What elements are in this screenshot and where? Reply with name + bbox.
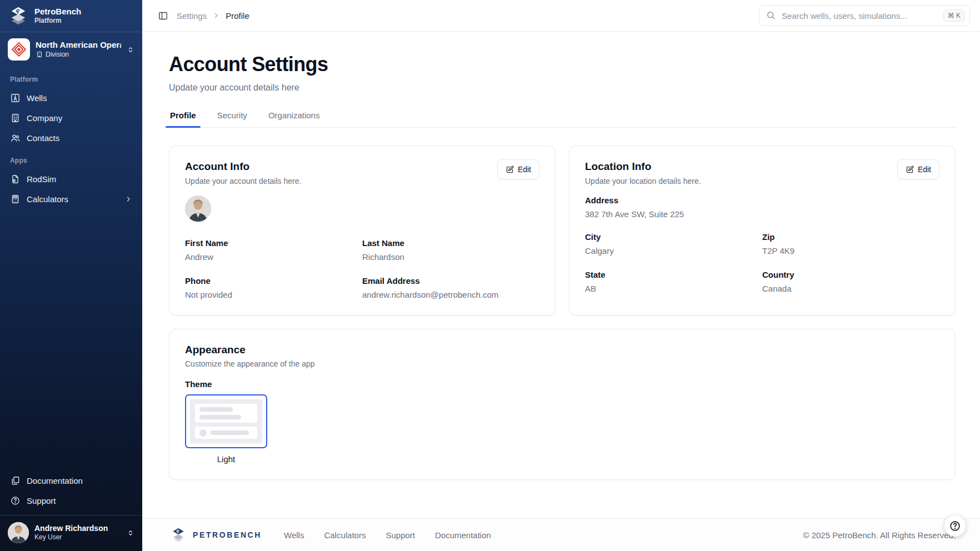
appearance-card: Appearance Customize the appearance of t… xyxy=(169,329,956,480)
field-first-name: First Name Andrew xyxy=(185,238,362,262)
footer-brand: P PETROBENCH xyxy=(169,526,262,544)
footer-copyright: © 2025 PetroBench. All Rights Reserved. xyxy=(803,530,956,540)
location-info-card: Location Info Update your location detai… xyxy=(569,146,956,315)
org-type-label: Division xyxy=(46,51,69,59)
sidebar-item-company[interactable]: Company xyxy=(0,108,142,128)
sidebar: P PetroBench Platform North Ame xyxy=(0,0,142,551)
sidebar-item-label: Support xyxy=(27,496,56,505)
sidebar-item-label: RodSim xyxy=(27,174,56,184)
main-area: Settings Profile ⌘ K Account Settings Up… xyxy=(142,0,980,551)
search-input[interactable] xyxy=(759,5,970,26)
theme-option-light[interactable]: Light xyxy=(185,394,267,464)
section-label-apps: Apps xyxy=(0,148,142,169)
account-info-title: Account Info xyxy=(185,159,301,174)
location-info-title: Location Info xyxy=(585,159,701,174)
section-label-platform: Platform xyxy=(0,67,142,88)
petrobench-footer-logo-icon: P xyxy=(169,526,188,544)
footer-link-support[interactable]: Support xyxy=(386,530,415,540)
tab-organizations[interactable]: Organizations xyxy=(267,111,321,127)
page-title: Account Settings xyxy=(169,53,956,76)
search-icon xyxy=(766,10,776,21)
theme-label: Theme xyxy=(185,379,939,389)
tab-security[interactable]: Security xyxy=(216,111,248,127)
field-zip: Zip T2P 4K9 xyxy=(762,232,939,256)
petrobench-logo-icon: P xyxy=(8,6,29,27)
field-city: City Calgary xyxy=(585,232,762,256)
user-menu[interactable]: Andrew Richardson Key User xyxy=(0,515,142,551)
panel-left-icon xyxy=(158,11,168,21)
settings-tabs: Profile Security Organizations xyxy=(169,111,956,128)
edit-pencil-icon xyxy=(906,166,914,174)
sidebar-item-label: Calculators xyxy=(27,194,68,204)
footer-links: Wells Calculators Support Documentation xyxy=(284,530,491,540)
brand-subtitle: Platform xyxy=(34,17,81,24)
user-avatar xyxy=(8,522,29,543)
org-logo-icon xyxy=(8,38,30,61)
sidebar-item-label: Documentation xyxy=(27,476,83,485)
edit-pencil-icon xyxy=(506,166,514,174)
global-search: ⌘ K xyxy=(759,5,970,26)
footer-wordmark: PETROBENCH xyxy=(193,530,262,539)
chevron-right-icon xyxy=(124,195,132,203)
sidebar-item-documentation[interactable]: Documentation xyxy=(0,470,142,490)
field-phone: Phone Not provided xyxy=(185,276,362,299)
page-footer: P PETROBENCH Wells Calculators Support D… xyxy=(142,518,980,551)
account-info-subtitle: Update your account details here. xyxy=(185,177,301,186)
chevrons-up-down-icon xyxy=(127,46,134,54)
breadcrumb-settings[interactable]: Settings xyxy=(177,11,207,21)
footer-link-documentation[interactable]: Documentation xyxy=(435,530,491,540)
help-fab-button[interactable] xyxy=(944,515,966,537)
field-country: Country Canada xyxy=(762,270,939,293)
search-shortcut-badge: ⌘ K xyxy=(943,9,965,22)
user-role: Key User xyxy=(34,533,121,542)
profile-photo xyxy=(185,196,211,222)
chevron-right-icon xyxy=(212,12,220,19)
location-info-subtitle: Update your location details here. xyxy=(585,177,701,186)
brand-title: PetroBench xyxy=(34,7,81,17)
help-circle-icon xyxy=(10,495,21,506)
field-last-name: Last Name Richardson xyxy=(362,238,539,262)
sidebar-item-rodsim[interactable]: RodSim xyxy=(0,169,142,189)
theme-preview-light xyxy=(185,394,267,448)
sidebar-item-label: Wells xyxy=(27,93,47,103)
page-content: Account Settings Update your account det… xyxy=(142,32,980,518)
field-email: Email Address andrew.richardson@petroben… xyxy=(362,276,539,299)
app-window: P PetroBench Platform North Ame xyxy=(0,0,980,551)
appearance-subtitle: Customize the appearance of the app xyxy=(185,359,939,368)
location-edit-button[interactable]: Edit xyxy=(897,159,939,179)
footer-link-calculators[interactable]: Calculators xyxy=(324,530,366,540)
appearance-title: Appearance xyxy=(185,343,939,357)
calculator-icon xyxy=(10,194,21,204)
chevrons-up-down-icon xyxy=(127,529,134,537)
well-derrick-icon xyxy=(10,93,21,103)
footer-link-wells[interactable]: Wells xyxy=(284,530,304,540)
breadcrumb: Settings Profile xyxy=(177,11,249,21)
help-circle-icon xyxy=(949,520,961,532)
sidebar-item-contacts[interactable]: Contacts xyxy=(0,128,142,148)
sidebar-item-support[interactable]: Support xyxy=(0,490,142,510)
breadcrumb-current: Profile xyxy=(226,11,249,21)
tab-profile[interactable]: Profile xyxy=(169,111,197,127)
file-gear-icon xyxy=(10,174,21,184)
division-building-icon xyxy=(36,51,43,58)
theme-name: Light xyxy=(185,454,267,464)
org-name: North American Operations xyxy=(36,40,121,51)
field-address: Address 382 7th Ave SW, Suite 225 xyxy=(585,196,939,219)
field-state: State AB xyxy=(585,270,762,293)
copy-pages-icon xyxy=(10,475,21,486)
brand-header: P PetroBench Platform xyxy=(0,0,142,32)
org-switcher[interactable]: North American Operations Division xyxy=(0,32,142,67)
sidebar-item-calculators[interactable]: Calculators xyxy=(0,189,142,209)
account-info-card: Account Info Update your account details… xyxy=(169,146,556,315)
building-icon xyxy=(10,113,21,123)
account-edit-button[interactable]: Edit xyxy=(497,159,539,179)
page-subtitle: Update your account details here xyxy=(169,83,956,93)
top-header: Settings Profile ⌘ K xyxy=(142,0,980,32)
users-icon xyxy=(10,133,21,143)
sidebar-toggle-button[interactable] xyxy=(156,8,170,23)
sidebar-item-label: Company xyxy=(27,113,62,123)
sidebar-item-wells[interactable]: Wells xyxy=(0,88,142,108)
user-name: Andrew Richardson xyxy=(34,523,121,533)
sidebar-item-label: Contacts xyxy=(27,133,59,143)
